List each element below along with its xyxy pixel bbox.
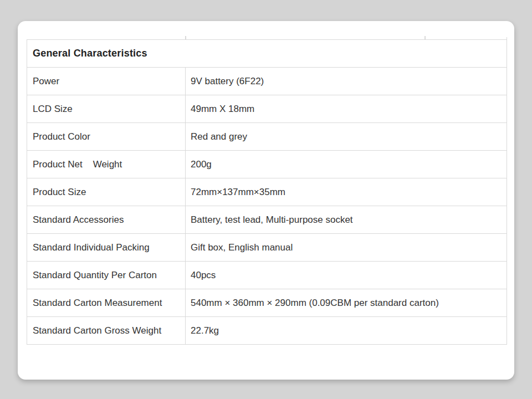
previous-table-divider-remnant xyxy=(424,36,426,39)
spec-label-cell: LCD Size xyxy=(27,95,186,122)
previous-table-divider-remnant xyxy=(185,36,186,39)
table-row: Standard Accessories Battery, test lead,… xyxy=(27,206,507,234)
table-row: Standard Individual Packing Gift box, En… xyxy=(27,234,507,262)
content-card: General Characteristics Power 9V battery… xyxy=(18,21,514,380)
spec-table: General Characteristics Power 9V battery… xyxy=(27,39,507,345)
spec-label-cell: Standard Accessories xyxy=(27,206,186,233)
spec-value-cell: 72mm×137mm×35mm xyxy=(186,178,507,206)
spec-label-cell: Product Size xyxy=(27,178,186,206)
table-row: Standard Carton Gross Weight 22.7kg xyxy=(27,317,507,344)
spec-value-cell: Battery, test lead, Multi-purpose socket xyxy=(186,206,507,233)
spec-value-cell: Red and grey xyxy=(186,123,507,150)
table-row: Product Color Red and grey xyxy=(27,123,507,151)
spec-table-body: Power 9V battery (6F22) LCD Size 49mm X … xyxy=(27,68,507,344)
spec-value-cell: 49mm X 18mm xyxy=(186,95,507,122)
previous-table-border-remnant xyxy=(507,37,507,39)
spec-label-cell: Standard Quantity Per Carton xyxy=(27,262,186,289)
table-row: Standard Quantity Per Carton 40pcs xyxy=(27,262,507,289)
spec-value-cell: 9V battery (6F22) xyxy=(186,68,507,95)
spec-label-cell: Standard Individual Packing xyxy=(27,234,186,261)
table-row: LCD Size 49mm X 18mm xyxy=(27,95,507,123)
spec-value-cell: 40pcs xyxy=(186,262,507,289)
spec-value-cell: 200g xyxy=(186,151,507,178)
spec-label-cell: Power xyxy=(27,68,186,95)
spec-label-cell: Standard Carton Measurement xyxy=(27,289,186,316)
table-section-header: General Characteristics xyxy=(27,40,507,68)
table-section-title: General Characteristics xyxy=(33,48,147,59)
spec-value-cell: 22.7kg xyxy=(186,317,507,344)
table-row: Standard Carton Measurement 540mm × 360m… xyxy=(27,289,507,317)
table-row: Product Net Weight 200g xyxy=(27,151,507,178)
page-background: { "theme": { "page_background": "#d4d4d4… xyxy=(0,0,532,399)
spec-label-cell: Standard Carton Gross Weight xyxy=(27,317,186,344)
table-row: Product Size 72mm×137mm×35mm xyxy=(27,178,507,206)
spec-value-cell: Gift box, English manual xyxy=(186,234,507,261)
spec-label-cell: Product Net Weight xyxy=(27,151,186,178)
spec-value-cell: 540mm × 360mm × 290mm (0.09CBM per stand… xyxy=(186,289,507,316)
table-row: Power 9V battery (6F22) xyxy=(27,68,507,95)
spec-label-cell: Product Color xyxy=(27,123,186,150)
